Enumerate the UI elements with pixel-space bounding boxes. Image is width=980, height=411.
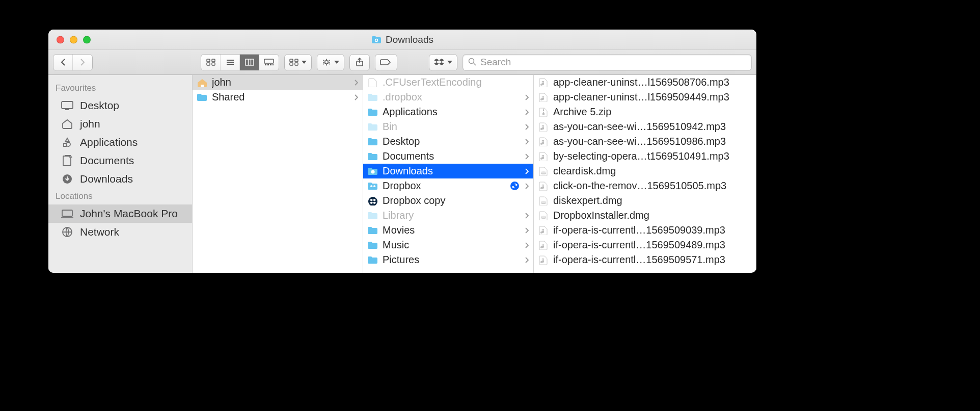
chevron-down-icon bbox=[302, 61, 307, 64]
chevron-down-icon bbox=[447, 61, 452, 64]
list-item[interactable]: if-opera-is-currentl…1569509039.mp3 bbox=[534, 223, 756, 238]
list-item[interactable]: Pictures bbox=[363, 252, 533, 267]
list-item[interactable]: Dropbox bbox=[363, 178, 533, 193]
svg-rect-18 bbox=[62, 101, 73, 109]
list-item[interactable]: diskexpert.dmg bbox=[534, 193, 756, 208]
sidebar-item-downloads[interactable]: Downloads bbox=[48, 170, 192, 188]
group-by-button[interactable] bbox=[285, 55, 311, 70]
item-label: DropboxInstaller.dmg bbox=[553, 210, 752, 221]
group-by-button-group bbox=[285, 55, 311, 70]
close-window-button[interactable] bbox=[57, 36, 64, 43]
back-button[interactable] bbox=[53, 55, 73, 70]
dmg-icon bbox=[538, 210, 549, 221]
chevron-right-icon bbox=[525, 91, 529, 103]
item-label: Applications bbox=[383, 106, 521, 118]
svg-rect-20 bbox=[62, 210, 72, 216]
list-item[interactable]: by-selecting-opera…t1569510491.mp3 bbox=[534, 149, 756, 164]
titlebar: Downloads bbox=[48, 30, 756, 50]
tags-button[interactable] bbox=[375, 55, 397, 70]
forward-button[interactable] bbox=[73, 55, 92, 70]
folder-icon bbox=[367, 254, 378, 266]
list-item[interactable]: .CFUserTextEncoding bbox=[363, 75, 533, 90]
folder-hidden-icon bbox=[367, 210, 378, 221]
list-item[interactable]: app-cleaner-uninst…l1569508706.mp3 bbox=[534, 75, 756, 90]
list-view-button[interactable] bbox=[221, 55, 240, 70]
item-label: john bbox=[212, 76, 350, 88]
list-item[interactable]: if-opera-is-currentl…1569509489.mp3 bbox=[534, 238, 756, 252]
svg-rect-6 bbox=[264, 59, 274, 63]
list-item[interactable]: app-cleaner-uninst…l1569509449.mp3 bbox=[534, 90, 756, 105]
chevron-right-icon bbox=[525, 239, 529, 251]
item-label: app-cleaner-uninst…l1569508706.mp3 bbox=[553, 76, 752, 88]
folder-hidden-icon bbox=[367, 121, 378, 133]
item-label: if-opera-is-currentl…1569509571.mp3 bbox=[553, 254, 752, 266]
minimize-window-button[interactable] bbox=[70, 36, 77, 43]
zip-icon bbox=[538, 107, 549, 118]
chevron-down-icon bbox=[334, 61, 339, 64]
sidebar-section-header: Locations bbox=[48, 188, 192, 204]
svg-rect-2 bbox=[212, 59, 215, 62]
svg-rect-5 bbox=[246, 59, 254, 65]
gallery-view-button[interactable] bbox=[259, 55, 279, 70]
blankfile-icon bbox=[367, 77, 378, 88]
list-item[interactable]: Bin bbox=[363, 119, 533, 134]
item-label: Archive 5.zip bbox=[553, 106, 752, 118]
svg-rect-12 bbox=[295, 59, 298, 62]
svg-rect-3 bbox=[207, 63, 210, 65]
list-item[interactable]: cleardisk.dmg bbox=[534, 164, 756, 178]
sidebar-item-network[interactable]: Network bbox=[48, 223, 192, 241]
item-label: Pictures bbox=[383, 254, 521, 266]
list-item[interactable]: Downloads bbox=[363, 164, 533, 178]
column-view-button[interactable] bbox=[240, 55, 259, 70]
list-item[interactable]: Documents bbox=[363, 149, 533, 164]
sidebar-item-applications[interactable]: Applications bbox=[48, 133, 192, 151]
list-item[interactable]: DropboxInstaller.dmg bbox=[534, 208, 756, 223]
list-item[interactable]: as-you-can-see-wi…1569510942.mp3 bbox=[534, 119, 756, 134]
list-item[interactable]: .dropbox bbox=[363, 90, 533, 105]
item-label: if-opera-is-currentl…1569509039.mp3 bbox=[553, 224, 752, 236]
sidebar-item-john-s-macbook-pro[interactable]: John's MacBook Pro bbox=[48, 204, 192, 223]
list-item[interactable]: click-on-the-remov…1569510505.mp3 bbox=[534, 178, 756, 193]
sidebar-item-documents[interactable]: Documents bbox=[48, 151, 192, 170]
home-icon bbox=[61, 119, 74, 129]
apps-icon bbox=[61, 137, 74, 147]
folder-icon bbox=[367, 107, 378, 118]
svg-rect-4 bbox=[212, 63, 215, 65]
list-item[interactable]: as-you-can-see-wi…1569510986.mp3 bbox=[534, 134, 756, 149]
zoom-window-button[interactable] bbox=[83, 36, 91, 43]
list-item[interactable]: john bbox=[193, 75, 363, 90]
sidebar-item-desktop[interactable]: Desktop bbox=[48, 96, 192, 115]
list-item[interactable]: Shared bbox=[193, 90, 363, 105]
item-label: if-opera-is-currentl…1569509489.mp3 bbox=[553, 239, 752, 251]
list-item[interactable]: Desktop bbox=[363, 134, 533, 149]
sidebar-item-john[interactable]: john bbox=[48, 115, 192, 133]
list-item[interactable]: Archive 5.zip bbox=[534, 105, 756, 119]
icon-view-button[interactable] bbox=[201, 55, 221, 70]
list-item[interactable]: Movies bbox=[363, 223, 533, 238]
action-button[interactable] bbox=[317, 55, 344, 70]
audio-icon bbox=[538, 121, 549, 133]
list-item[interactable]: Library bbox=[363, 208, 533, 223]
sidebar-item-label: Downloads bbox=[80, 173, 133, 185]
search-field[interactable] bbox=[463, 55, 751, 70]
sidebar-item-label: Applications bbox=[80, 136, 138, 148]
list-item[interactable]: Music bbox=[363, 238, 533, 252]
search-input[interactable] bbox=[480, 57, 746, 68]
list-item[interactable]: if-opera-is-currentl…1569509571.mp3 bbox=[534, 252, 756, 267]
chevron-right-icon bbox=[525, 180, 529, 192]
item-label: Movies bbox=[383, 224, 521, 236]
dropbox-toolbar-button[interactable] bbox=[429, 55, 457, 70]
home-color-icon bbox=[197, 77, 208, 88]
sidebar: FavouritesDesktopjohnApplicationsDocumen… bbox=[48, 75, 193, 273]
item-label: Music bbox=[383, 239, 521, 251]
list-item[interactable]: Dropbox copy bbox=[363, 193, 533, 208]
list-item[interactable]: Applications bbox=[363, 105, 533, 119]
audio-icon bbox=[538, 136, 549, 147]
svg-rect-7 bbox=[265, 64, 266, 65]
item-label: by-selecting-opera…t1569510491.mp3 bbox=[553, 150, 752, 162]
nav-buttons bbox=[53, 55, 92, 70]
dmg-icon bbox=[538, 166, 549, 177]
search-icon bbox=[468, 57, 476, 68]
dropbox-button-group bbox=[429, 55, 457, 70]
share-button[interactable] bbox=[350, 55, 369, 70]
